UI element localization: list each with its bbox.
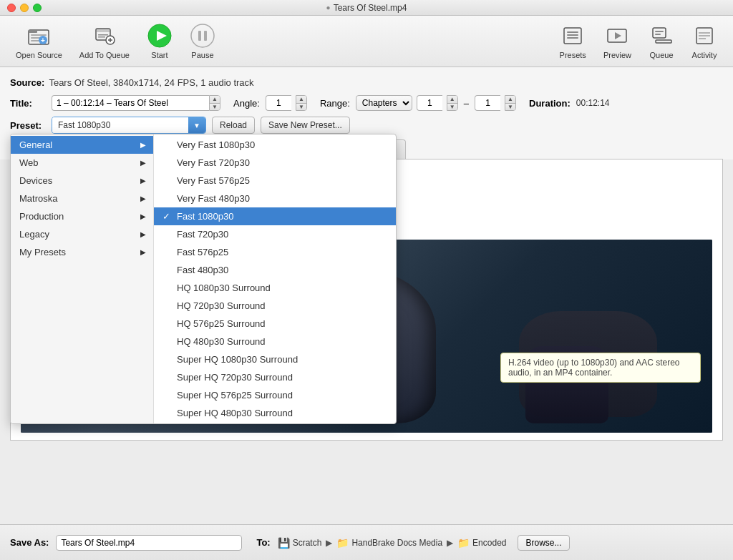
minimize-button[interactable] [20, 4, 29, 12]
svg-rect-28 [655, 31, 664, 32]
main-content: Source: Tears Of Steel, 3840x1714, 24 FP… [0, 67, 733, 139]
range-to-stepper[interactable]: ▲ ▼ [505, 95, 516, 111]
dropdown-item-hq480s[interactable]: HQ 480p30 Surround [154, 333, 396, 350]
dropdown-item-hq720s[interactable]: HQ 720p30 Surround [154, 297, 396, 315]
range-from-stepper[interactable]: ▲ ▼ [447, 95, 458, 111]
category-production[interactable]: Production▶ [11, 207, 153, 225]
preset-dropdown-arrow[interactable]: ▼ [188, 117, 205, 133]
add-to-queue-label: Add To Queue [79, 51, 130, 59]
svg-marker-25 [615, 32, 621, 39]
dropdown-item-shq720s[interactable]: Super HQ 720p30 Surround [154, 368, 396, 386]
dropdown-item-shq1080s[interactable]: Super HQ 1080p30 Surround [154, 350, 396, 368]
item-label-f1080: Fast 1080p30 [177, 211, 234, 222]
range-select[interactable]: Chapters Seconds Frames [356, 95, 412, 111]
dropdown-item-f720[interactable]: Fast 720p30 [154, 225, 396, 243]
title-stepper-up[interactable]: ▲ [210, 96, 220, 104]
range-from-input[interactable] [417, 95, 442, 111]
dropdown-item-vf480[interactable]: Very Fast 480p30 [154, 190, 396, 207]
queue-button[interactable]: Queue [640, 19, 683, 64]
range-from-stepper-down[interactable]: ▼ [447, 104, 457, 111]
folder-icon-1: 📁 [336, 537, 349, 549]
dropdown-item-f576[interactable]: Fast 576p25 [154, 243, 396, 261]
dropdown-item-hq576s[interactable]: HQ 576p25 Surround [154, 315, 396, 333]
svg-rect-10 [98, 36, 105, 38]
presets-icon [560, 23, 586, 49]
traffic-lights [7, 4, 42, 12]
item-label-f480: Fast 480p30 [177, 265, 228, 275]
title-input[interactable] [52, 95, 209, 111]
pause-button[interactable]: Pause [181, 19, 224, 64]
reload-button[interactable]: Reload [212, 117, 255, 134]
presets-label: Presets [560, 51, 586, 59]
range-dash: – [464, 98, 469, 109]
path-sep-2: ▶ [447, 538, 453, 548]
range-to-input[interactable] [475, 95, 500, 111]
open-source-button[interactable]: + Open Source [7, 19, 71, 64]
dropdown-item-vf576[interactable]: Very Fast 576p25 [154, 172, 396, 190]
item-label-vf1080: Very Fast 1080p30 [177, 139, 255, 150]
range-label: Range: [320, 98, 350, 109]
queue-icon [649, 23, 674, 49]
title-stepper-down[interactable]: ▼ [210, 104, 220, 111]
add-to-queue-button[interactable]: Add To Queue [71, 19, 138, 64]
category-web[interactable]: Web▶ [11, 154, 153, 172]
category-devices[interactable]: Devices▶ [11, 172, 153, 190]
dropdown-item-hq1080s[interactable]: HQ 1080p30 Surround [154, 279, 396, 297]
item-label-f720: Fast 720p30 [177, 229, 228, 240]
angle-stepper-up[interactable]: ▲ [296, 96, 306, 104]
preset-dropdown: General▶Web▶Devices▶Matroska▶Production▶… [10, 134, 397, 424]
path-scratch: Scratch [293, 538, 322, 548]
path-handbrake-media: HandBrake Docs Media [351, 538, 442, 548]
add-to-queue-icon [92, 23, 117, 49]
preview-label: Preview [603, 51, 631, 59]
preset-select-wrap[interactable]: ▼ [52, 117, 206, 134]
category-label-mypresets: My Presets [19, 247, 66, 257]
preview-button[interactable]: Preview [595, 19, 640, 64]
range-to-stepper-down[interactable]: ▼ [505, 104, 515, 111]
preset-input[interactable] [52, 117, 188, 133]
dropdown-item-f1080[interactable]: ✓Fast 1080p30 [154, 207, 396, 225]
svg-rect-21 [567, 34, 578, 36]
dropdown-item-vf1080[interactable]: Very Fast 1080p30 [154, 136, 396, 154]
category-label-legacy: Legacy [19, 229, 49, 240]
range-from-stepper-up[interactable]: ▲ [447, 96, 457, 104]
category-general[interactable]: General▶ [11, 136, 153, 154]
presets-button[interactable]: Presets [551, 19, 595, 64]
activity-icon [691, 23, 717, 49]
angle-input[interactable] [266, 95, 291, 111]
title-bar: ● Tears Of Steel.mp4 [0, 0, 733, 16]
folder-icon-2: 📁 [457, 537, 470, 549]
item-label-f576: Fast 576p25 [177, 247, 228, 257]
angle-stepper[interactable]: ▲ ▼ [296, 95, 307, 111]
svg-text:+: + [41, 36, 45, 44]
item-label-shq1080s: Super HQ 1080p30 Surround [177, 354, 298, 365]
category-label-production: Production [19, 211, 64, 222]
dropdown-item-shq480s[interactable]: Super HQ 480p30 Surround [154, 404, 396, 422]
dropdown-item-shq576s[interactable]: Super HQ 576p25 Surround [154, 386, 396, 404]
range-to-stepper-up[interactable]: ▲ [505, 96, 515, 104]
save-preset-button[interactable]: Save New Preset... [261, 117, 350, 134]
close-button[interactable] [7, 4, 16, 12]
item-label-hq720s: HQ 720p30 Surround [177, 300, 266, 311]
browse-button[interactable]: Browse... [518, 535, 569, 551]
drive-icon: 💾 [278, 537, 290, 549]
start-button[interactable]: Start [138, 19, 181, 64]
dropdown-items: Very Fast 1080p30Very Fast 720p30Very Fa… [154, 134, 396, 423]
category-matroska[interactable]: Matroska▶ [11, 190, 153, 207]
dropdown-item-f480[interactable]: Fast 480p30 [154, 261, 396, 279]
category-arrow-web: ▶ [140, 159, 146, 167]
svg-rect-9 [98, 34, 108, 36]
angle-stepper-down[interactable]: ▼ [296, 104, 306, 111]
save-as-input[interactable] [56, 535, 242, 551]
category-arrow-general: ▶ [140, 141, 146, 149]
bottom-bar: Save As: To: 💾 Scratch ▶ 📁 HandBrake Doc… [0, 524, 733, 560]
category-mypresets[interactable]: My Presets▶ [11, 243, 153, 261]
activity-button[interactable]: Activity [683, 19, 726, 64]
window-title-text: Tears Of Steel.mp4 [334, 3, 407, 13]
dropdown-item-vf720[interactable]: Very Fast 720p30 [154, 154, 396, 172]
title-stepper[interactable]: ▲ ▼ [209, 95, 220, 111]
category-legacy[interactable]: Legacy▶ [11, 225, 153, 243]
pause-label: Pause [191, 51, 213, 59]
window-title: ● Tears Of Steel.mp4 [326, 3, 407, 13]
maximize-button[interactable] [33, 4, 42, 12]
